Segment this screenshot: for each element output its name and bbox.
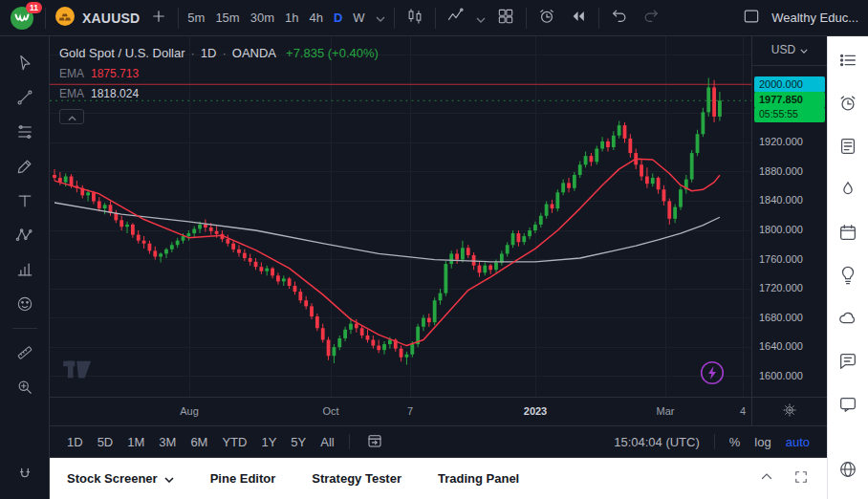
notification-badge: 11 bbox=[26, 2, 42, 13]
time-axis[interactable]: AugOct72023Mar4 bbox=[50, 398, 751, 425]
alerts-clock-icon[interactable] bbox=[837, 93, 858, 114]
magnet-icon[interactable] bbox=[14, 465, 35, 486]
hotlists-fire-icon[interactable] bbox=[837, 179, 858, 200]
indicator-row-ema-fast[interactable]: EMA 1875.713 bbox=[59, 67, 379, 80]
legend-title-row[interactable]: Gold Spot / U.S. Dollar · 1D · OANDA +7.… bbox=[59, 46, 379, 60]
indicator-row-ema-slow[interactable]: EMA 1818.024 bbox=[59, 87, 379, 100]
quick-alert-flash-button[interactable] bbox=[700, 360, 725, 389]
chart-settings-button[interactable] bbox=[751, 398, 827, 425]
indicators-button[interactable] bbox=[445, 5, 467, 31]
symbol-search-button[interactable]: XAUUSD bbox=[54, 6, 140, 31]
calendar-icon[interactable] bbox=[837, 222, 858, 243]
trend-line-icon[interactable] bbox=[14, 87, 35, 108]
interval-4h[interactable]: 4h bbox=[309, 11, 322, 25]
divider bbox=[435, 8, 436, 29]
divider bbox=[752, 65, 827, 66]
chart-canvas[interactable]: Gold Spot / U.S. Dollar · 1D · OANDA +7.… bbox=[50, 36, 751, 397]
chart-row: Gold Spot / U.S. Dollar · 1D · OANDA +7.… bbox=[50, 36, 827, 397]
brand-logo-icon bbox=[10, 17, 34, 33]
range-5d[interactable]: 5D bbox=[98, 435, 114, 449]
divider bbox=[526, 8, 527, 29]
fib-retracement-icon[interactable] bbox=[14, 121, 35, 142]
price-axis-label: 1800.000 bbox=[759, 224, 803, 235]
chevron-down-icon bbox=[164, 471, 174, 486]
chart-style-button[interactable] bbox=[403, 5, 426, 31]
range-1y[interactable]: 1Y bbox=[261, 435, 276, 449]
chevron-down-icon[interactable] bbox=[476, 10, 486, 27]
currency-selector[interactable]: USD bbox=[752, 43, 827, 56]
undo-icon bbox=[610, 7, 629, 29]
chevron-down-icon[interactable] bbox=[376, 11, 385, 25]
time-axis-label: Mar bbox=[657, 405, 675, 417]
interval-15m[interactable]: 15m bbox=[215, 11, 239, 25]
brush-icon[interactable] bbox=[14, 156, 35, 177]
save-layout-button[interactable] bbox=[740, 5, 763, 31]
alert-button[interactable] bbox=[535, 5, 558, 31]
interval-switcher: 5m 15m 30m 1h 4h D W bbox=[187, 11, 384, 25]
tab-trading-panel[interactable]: Trading Panel bbox=[438, 471, 519, 486]
news-icon[interactable] bbox=[837, 136, 858, 157]
layout-name[interactable]: Wealthy Educ... bbox=[771, 11, 858, 25]
maximize-panel-button[interactable] bbox=[792, 468, 810, 488]
range-1d[interactable]: 1D bbox=[67, 435, 83, 449]
cursor-icon[interactable] bbox=[14, 53, 35, 74]
interval-30m[interactable]: 30m bbox=[250, 11, 274, 25]
divider bbox=[394, 8, 395, 29]
ideas-bulb-icon[interactable] bbox=[837, 265, 858, 286]
comments-icon[interactable] bbox=[837, 394, 858, 415]
collapse-legend-button[interactable] bbox=[59, 109, 84, 124]
tab-strategy-tester[interactable]: Strategy Tester bbox=[312, 471, 401, 486]
price-axis-label: 1600.000 bbox=[759, 370, 803, 381]
range-5y[interactable]: 5Y bbox=[291, 435, 306, 449]
zoom-in-icon[interactable] bbox=[14, 377, 35, 398]
ema-slow-value: 1818.024 bbox=[91, 87, 139, 100]
currency-label: USD bbox=[771, 43, 795, 56]
text-tool-icon[interactable] bbox=[14, 190, 35, 211]
symbol-name: XAUUSD bbox=[82, 11, 140, 26]
add-symbol-button[interactable] bbox=[148, 6, 169, 30]
forecast-icon[interactable] bbox=[14, 259, 35, 280]
emoji-icon[interactable] bbox=[14, 293, 35, 315]
chevron-up-icon bbox=[68, 110, 76, 124]
undo-button[interactable] bbox=[608, 5, 631, 31]
chat-icon[interactable] bbox=[837, 351, 858, 372]
auto-scale-button[interactable]: auto bbox=[786, 435, 810, 449]
main-body: Gold Spot / U.S. Dollar · 1D · OANDA +7.… bbox=[0, 36, 868, 499]
interval-1h[interactable]: 1h bbox=[285, 11, 298, 25]
alert-price-label[interactable]: 2000.000 bbox=[754, 76, 825, 92]
range-all[interactable]: All bbox=[320, 435, 334, 449]
layout-grid-button[interactable] bbox=[494, 5, 517, 31]
time-axis-label: 4 bbox=[740, 405, 746, 417]
log-scale-button[interactable]: log bbox=[754, 435, 770, 449]
gear-icon bbox=[782, 402, 797, 422]
layout-box-icon bbox=[742, 7, 761, 29]
percent-scale-button[interactable]: % bbox=[729, 435, 741, 449]
home-logo[interactable]: 11 bbox=[10, 6, 36, 31]
measure-ruler-icon[interactable] bbox=[14, 342, 35, 363]
tab-pine-editor[interactable]: Pine Editor bbox=[210, 471, 276, 486]
price-axis[interactable]: USD 2000.000 1977.850 05:55:55 1920.0001… bbox=[751, 36, 827, 397]
bar-replay-button[interactable] bbox=[567, 5, 590, 31]
go-to-date-icon bbox=[366, 432, 383, 452]
candlestick-style-icon bbox=[405, 7, 424, 29]
range-3m[interactable]: 3M bbox=[159, 435, 176, 449]
streams-clouds-icon[interactable] bbox=[837, 308, 858, 329]
tab-stock-screener[interactable]: Stock Screener bbox=[67, 471, 174, 486]
tab-label: Pine Editor bbox=[210, 471, 276, 486]
interval-1d-active[interactable]: D bbox=[334, 11, 342, 25]
utc-clock[interactable]: 15:04:04 (UTC) bbox=[614, 435, 700, 449]
time-axis-label: 7 bbox=[407, 405, 413, 417]
globe-icon[interactable] bbox=[837, 459, 858, 480]
legend-exchange: OANDA bbox=[232, 46, 276, 60]
redo-button[interactable] bbox=[640, 5, 662, 31]
separator: · bbox=[191, 46, 195, 60]
range-6m[interactable]: 6M bbox=[190, 435, 207, 449]
interval-1w[interactable]: W bbox=[353, 11, 364, 25]
xabcd-pattern-icon[interactable] bbox=[14, 225, 35, 246]
interval-5m[interactable]: 5m bbox=[187, 11, 205, 25]
range-ytd[interactable]: YTD bbox=[222, 435, 247, 449]
range-1m[interactable]: 1M bbox=[127, 435, 144, 449]
go-to-date-button[interactable] bbox=[364, 430, 385, 454]
expand-panel-button[interactable] bbox=[758, 468, 775, 488]
watchlist-icon[interactable] bbox=[837, 50, 858, 71]
